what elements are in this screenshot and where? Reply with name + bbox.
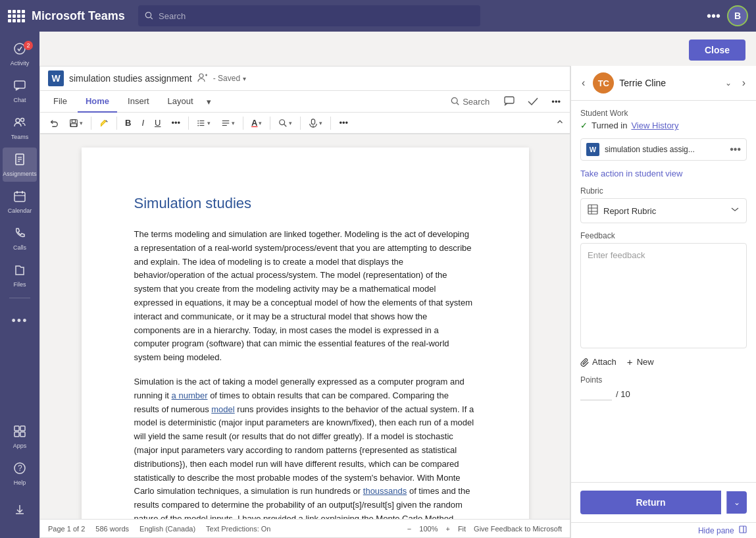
sidebar-label-activity: Activity xyxy=(11,60,30,67)
svg-point-35 xyxy=(197,122,199,124)
underline-button[interactable]: U xyxy=(151,115,164,130)
sidebar-item-more[interactable]: ••• xyxy=(3,304,37,338)
feedback-link[interactable]: Give Feedback to Microsoft xyxy=(474,525,562,533)
collapse-toolbar-icon[interactable] xyxy=(555,117,565,126)
ribbon-search[interactable]: Search xyxy=(445,94,495,109)
sidebar-item-help[interactable]: ? Help xyxy=(3,456,37,491)
take-action-link[interactable]: Take action in student view xyxy=(580,169,747,178)
text-predictions[interactable]: Text Predictions: On xyxy=(206,525,270,533)
sidebar-label-files: Files xyxy=(13,281,26,288)
zoom-in-btn[interactable]: + xyxy=(445,525,449,533)
new-button[interactable]: + New xyxy=(627,356,654,367)
view-history-link[interactable]: View History xyxy=(631,121,678,130)
sidebar-item-assignments[interactable]: Assignments xyxy=(3,148,37,182)
sidebar-item-teams[interactable]: Teams xyxy=(3,111,37,145)
svg-rect-26 xyxy=(505,97,514,103)
link-model[interactable]: model xyxy=(211,404,234,414)
svg-rect-14 xyxy=(14,426,19,431)
sidebar-item-calendar[interactable]: Calendar xyxy=(3,184,37,219)
svg-point-21 xyxy=(199,74,203,78)
find-dropdown[interactable]: ▾ xyxy=(274,116,296,130)
return-dropdown-button[interactable]: ⌄ xyxy=(726,491,747,514)
rp-body: Student Work ✓ Turned in View History W … xyxy=(571,101,756,482)
sidebar-item-apps[interactable]: Apps xyxy=(3,419,37,454)
search-input[interactable] xyxy=(159,11,474,21)
more-tabs-chevron[interactable]: ▾ xyxy=(204,92,214,112)
list-dropdown[interactable]: ▾ xyxy=(193,116,214,130)
svg-rect-17 xyxy=(20,432,25,437)
sidebar-item-calls[interactable]: Calls xyxy=(3,221,37,256)
sidebar-label-apps: Apps xyxy=(13,443,27,449)
doc-saved-status[interactable]: - Saved ▾ xyxy=(213,74,246,83)
highlight-button[interactable] xyxy=(95,116,113,130)
grid-menu-icon[interactable] xyxy=(8,10,21,22)
svg-line-41 xyxy=(284,124,287,126)
points-label: Points xyxy=(580,375,747,385)
mic-dropdown[interactable]: ▾ xyxy=(305,116,326,130)
sidebar-label-calendar: Calendar xyxy=(8,207,32,214)
link-number[interactable]: a number xyxy=(172,390,208,400)
sidebar-item-activity[interactable]: Activity 2 xyxy=(3,37,37,71)
more-toolbar-btn[interactable]: ••• xyxy=(335,115,352,130)
save-dropdown[interactable]: ▾ xyxy=(65,116,87,130)
search-icon xyxy=(145,11,153,20)
file-more-btn[interactable]: ••• xyxy=(730,144,741,155)
doc-title: simulation studies assignment xyxy=(69,73,192,84)
rp-dropdown-btn[interactable]: ⌄ xyxy=(722,77,734,89)
more-format-dropdown[interactable]: ••• xyxy=(167,115,184,130)
files-icon xyxy=(13,263,26,280)
more-options-icon[interactable]: ••• xyxy=(707,9,720,24)
close-button[interactable]: Close xyxy=(689,40,745,61)
comment-btn[interactable] xyxy=(500,94,518,109)
doc-heading: Simulation studies xyxy=(134,195,476,212)
tab-layout[interactable]: Layout xyxy=(160,91,201,113)
fit-btn[interactable]: Fit xyxy=(458,525,466,533)
align-dropdown[interactable]: ▾ xyxy=(217,116,239,130)
sidebar-item-download[interactable] xyxy=(3,493,37,527)
separator-4 xyxy=(243,117,243,130)
tab-home[interactable]: Home xyxy=(78,91,117,113)
sidebar-label-assignments: Assignments xyxy=(3,171,37,177)
points-input[interactable] xyxy=(580,387,612,400)
doc-paragraph-1: The terms modeling and simulation are li… xyxy=(134,228,476,365)
separator-6 xyxy=(300,117,301,130)
tab-file[interactable]: File xyxy=(45,91,75,113)
track-changes-btn[interactable] xyxy=(524,94,542,109)
sidebar-label-teams: Teams xyxy=(11,134,29,140)
attach-button[interactable]: Attach xyxy=(580,357,617,367)
zoom-out-btn[interactable]: − xyxy=(407,525,411,533)
sidebar-item-files[interactable]: Files xyxy=(3,258,37,292)
link-thousands[interactable]: thoussands xyxy=(363,486,407,496)
return-button[interactable]: Return xyxy=(580,491,721,514)
content-area: Close W simulation studies assignment - … xyxy=(39,32,756,538)
download-icon xyxy=(13,502,26,519)
tab-insert[interactable]: Insert xyxy=(120,91,157,113)
app-title: Microsoft Teams xyxy=(32,9,125,23)
ribbon-search-label: Search xyxy=(463,97,490,107)
document-scroll[interactable]: Simulation studies The terms modeling an… xyxy=(40,134,570,519)
ribbon-search-icon xyxy=(451,97,460,106)
bold-button[interactable]: B xyxy=(121,115,135,130)
separator-3 xyxy=(188,117,189,130)
rp-next-btn[interactable]: › xyxy=(740,76,748,90)
rubric-grid-icon xyxy=(588,204,598,217)
user-avatar[interactable]: B xyxy=(727,5,748,26)
font-color-dropdown[interactable]: A ▾ xyxy=(247,115,266,130)
search-bar[interactable] xyxy=(138,5,480,26)
rubric-expand-btn[interactable] xyxy=(730,205,740,217)
hide-pane-btn[interactable]: Hide pane xyxy=(571,522,756,538)
document-page: Simulation studies The terms modeling an… xyxy=(82,148,529,519)
rp-prev-btn[interactable]: ‹ xyxy=(579,76,588,90)
attach-row: Attach + New xyxy=(580,356,747,367)
more-options-ribbon-btn[interactable]: ••• xyxy=(547,94,565,109)
svg-point-5 xyxy=(21,118,24,121)
sidebar: Activity 2 Chat Teams Assignments Cale xyxy=(0,32,39,538)
italic-button[interactable]: I xyxy=(138,115,148,130)
ribbon-tabs: File Home Insert Layout ▾ Search xyxy=(40,91,570,113)
feedback-input[interactable]: Enter feedback xyxy=(580,243,747,348)
rubric-row: Report Rubric xyxy=(580,198,747,223)
assignments-icon xyxy=(13,153,26,169)
sidebar-item-chat[interactable]: Chat xyxy=(3,74,37,108)
undo-button[interactable] xyxy=(45,116,63,130)
activity-badge: 2 xyxy=(24,41,33,50)
